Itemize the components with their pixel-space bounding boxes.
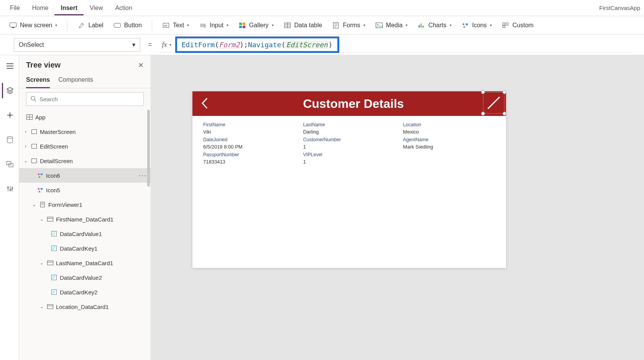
icons-label: Icons	[472, 22, 487, 29]
scrollbar[interactable]	[147, 110, 150, 187]
field-value: Mexico	[403, 129, 495, 135]
hamburger-icon[interactable]	[2, 58, 17, 74]
tree-item-datacardkey2[interactable]: DataCardKey2	[19, 285, 151, 299]
text-icon: ab	[162, 21, 170, 29]
screen-icon	[31, 157, 38, 164]
tree-item-datacardvalue2[interactable]: DataCardValue2	[19, 270, 151, 285]
menu-insert[interactable]: Insert	[54, 1, 84, 15]
input-button[interactable]: Input ▾	[195, 19, 232, 31]
field-value: 1	[303, 144, 396, 150]
insert-icon[interactable]	[2, 107, 17, 123]
tree-item-datacardkey1[interactable]: DataCardKey1	[19, 241, 151, 256]
chevron-down-icon[interactable]: ⌄	[39, 304, 44, 309]
tree-label: Location_DataCard1	[56, 304, 109, 310]
menu-file[interactable]: File	[4, 1, 26, 15]
formula-highlight[interactable]: EditForm(Form2);Navigate(EditScreen)	[175, 36, 339, 53]
media-button[interactable]: Media ▾	[371, 19, 412, 31]
close-icon[interactable]: ✕	[138, 61, 144, 69]
button-button[interactable]: Button	[110, 19, 146, 31]
media-icon	[375, 21, 383, 29]
svg-rect-26	[422, 26, 424, 28]
custom-icon	[502, 21, 509, 29]
app-preview: Customer Details FirstName Viki LastName…	[192, 91, 506, 268]
chevron-down-icon: ▾	[406, 23, 407, 27]
chevron-down-icon[interactable]: ⌄	[39, 216, 44, 222]
gallery-button[interactable]: Gallery ▾	[235, 19, 278, 31]
tree-label: MasterScreen	[40, 129, 76, 135]
property-selector[interactable]: OnSelect ▾	[14, 38, 140, 52]
tree-item-datacardvalue1[interactable]: DataCardValue1	[19, 226, 151, 241]
tree-item-icon5[interactable]: Icon5	[19, 183, 151, 197]
more-icon[interactable]: ···	[139, 172, 147, 180]
media-panel-icon[interactable]	[2, 157, 17, 172]
svg-rect-30	[506, 23, 508, 25]
svg-point-2	[82, 24, 83, 25]
tree-item-icon6[interactable]: Icon6 ···	[19, 168, 151, 183]
chevron-down-icon[interactable]: ▾	[169, 43, 175, 47]
menu-view[interactable]: View	[84, 1, 109, 15]
field-location: Location Mexico	[403, 122, 495, 135]
canvas[interactable]: Customer Details FirstName Viki LastName…	[151, 55, 644, 360]
formula-input-wrap[interactable]: fx ▾ EditForm(Form2);Navigate(EditScreen…	[160, 37, 632, 53]
tree-item-firstname-card[interactable]: ⌄ FirstName_DataCard1	[19, 212, 151, 226]
data-icon[interactable]	[2, 132, 17, 147]
left-rail	[0, 55, 19, 360]
tree-item-lastname-card[interactable]: ⌄ LastName_DataCard1	[19, 256, 151, 270]
back-icon[interactable]	[200, 97, 209, 111]
charts-button[interactable]: Charts ▾	[414, 19, 455, 31]
custom-button[interactable]: Custom	[498, 19, 537, 31]
tree-item-editscreen[interactable]: › EditScreen	[19, 139, 151, 154]
app-icon	[26, 114, 33, 121]
tree-search-input[interactable]	[39, 96, 140, 102]
svg-rect-11	[243, 23, 245, 25]
search-icon	[30, 96, 36, 103]
value-icon	[51, 274, 58, 281]
tab-screens[interactable]: Screens	[26, 74, 50, 88]
data-table-button[interactable]: Data table	[280, 19, 326, 31]
screen-icon	[9, 21, 17, 29]
tree-item-detailscreen[interactable]: ⌄ DetailScreen	[19, 154, 151, 168]
chevron-down-icon: ▾	[187, 23, 189, 27]
tree-item-app[interactable]: App	[19, 110, 151, 124]
field-label: FirstName	[203, 122, 296, 127]
data-table-label: Data table	[294, 22, 322, 29]
field-label: PassportNumber	[203, 152, 296, 157]
chevron-down-icon: ▾	[363, 23, 365, 27]
chevron-down-icon: ▾	[272, 23, 274, 27]
field-value: Viki	[203, 129, 296, 135]
label-button[interactable]: Label	[74, 19, 107, 31]
svg-rect-12	[239, 26, 242, 28]
tree-view-icon[interactable]	[2, 83, 17, 98]
svg-rect-3	[114, 23, 120, 27]
tree-search[interactable]	[26, 92, 144, 106]
tree-item-location-card[interactable]: ⌄ Location_DataCard1	[19, 299, 151, 314]
chevron-right-icon[interactable]: ›	[23, 129, 28, 134]
tree-item-formviewer[interactable]: ⌄ FormViewer1	[19, 197, 151, 212]
field-lastname: LastName Darling	[303, 122, 396, 135]
forms-button[interactable]: Forms ▾	[328, 19, 369, 31]
tree-label: DataCardKey2	[60, 289, 97, 296]
menu-action[interactable]: Action	[109, 1, 138, 15]
chevron-down-icon[interactable]: ⌄	[31, 202, 37, 207]
tree-item-masterscreen[interactable]: › MasterScreen	[19, 124, 151, 139]
datacard-icon	[47, 303, 54, 310]
input-icon	[199, 21, 207, 29]
field-label: VIPLevel	[303, 152, 396, 157]
new-screen-button[interactable]: New screen ▾	[5, 19, 61, 31]
advanced-tools-icon[interactable]	[2, 181, 17, 197]
menu-home[interactable]: Home	[26, 1, 55, 15]
text-button[interactable]: ab Text ▾	[158, 19, 193, 31]
chevron-down-icon[interactable]: ⌄	[39, 260, 44, 266]
formula-arg2: EditScreen	[285, 41, 328, 49]
tree-tabs: Screens Components	[19, 72, 151, 88]
tree-list: App › MasterScreen › EditScreen ⌄ Detail…	[19, 110, 151, 360]
chevron-right-icon[interactable]: ›	[23, 144, 28, 149]
chevron-down-icon[interactable]: ⌄	[23, 158, 28, 163]
field-value: 1	[303, 159, 396, 165]
field-value: Mark Siedling	[403, 144, 495, 150]
chevron-down-icon: ▾	[227, 23, 228, 27]
icons-button[interactable]: Icons ▾	[458, 19, 496, 31]
selected-edit-icon[interactable]	[483, 92, 504, 114]
chevron-down-icon: ▾	[450, 23, 452, 27]
tab-components[interactable]: Components	[58, 74, 93, 88]
